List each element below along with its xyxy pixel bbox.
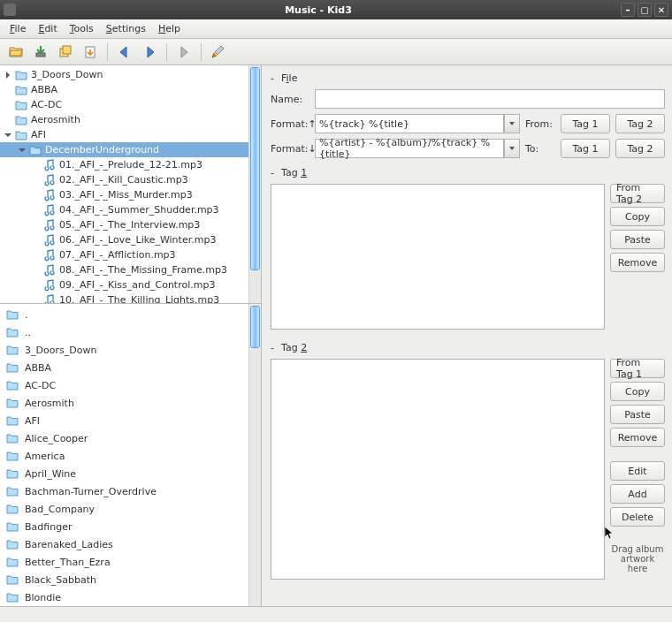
tree-file[interactable]: 01._AFI_-_Prelude_12-21.mp3: [0, 157, 248, 172]
expander-icon[interactable]: [18, 146, 27, 155]
menu-file[interactable]: File: [4, 21, 32, 36]
list-item[interactable]: America: [0, 447, 248, 465]
tag2-delete-button[interactable]: Delete: [610, 507, 665, 527]
tree-file[interactable]: 02._AFI_-_Kill_Caustic.mp3: [0, 172, 248, 187]
folder-icon: [14, 84, 28, 96]
list-item[interactable]: April_Wine: [0, 465, 248, 482]
section-tag1[interactable]: - Tag 1: [271, 167, 665, 178]
expander-icon[interactable]: [32, 176, 41, 185]
maximize-button[interactable]: ▢: [638, 3, 652, 17]
list-item-label: Aerosmith: [25, 398, 74, 409]
back-icon[interactable]: [114, 42, 135, 63]
menu-settings[interactable]: Settings: [100, 21, 152, 36]
tag1-remove-button[interactable]: Remove: [610, 253, 665, 272]
tree-folder[interactable]: AC-DC: [0, 97, 248, 112]
tree-file[interactable]: 06._AFI_-_Love_Like_Winter.mp3: [0, 232, 248, 247]
tag2-from-button[interactable]: From Tag 1: [610, 359, 665, 378]
tag2-remove-button[interactable]: Remove: [610, 428, 665, 447]
tree-file[interactable]: 03._AFI_-_Miss_Murder.mp3: [0, 187, 248, 202]
tree-item-label: DecemberUnderground: [45, 144, 159, 156]
play-icon[interactable]: [173, 42, 195, 63]
tree-folder[interactable]: 3_Doors_Down: [0, 67, 248, 82]
list-item[interactable]: .: [0, 306, 248, 323]
tag2-edit-button[interactable]: Edit: [610, 461, 665, 481]
expander-icon[interactable]: [32, 281, 41, 290]
section-tag2[interactable]: - Tag 2: [271, 342, 665, 353]
expander-icon[interactable]: [32, 221, 41, 230]
expander-icon[interactable]: [32, 161, 41, 170]
tag2-copy-button[interactable]: Copy: [610, 382, 665, 401]
tree-file[interactable]: 10._AFI_-_The_Killing_Lights.mp3: [0, 292, 248, 303]
tag1-box[interactable]: [271, 184, 605, 330]
list-item[interactable]: Blondie: [0, 588, 248, 606]
section-file[interactable]: - File: [271, 72, 665, 84]
list-item[interactable]: Barenaked_Ladies: [0, 535, 248, 553]
expander-icon[interactable]: [32, 266, 41, 275]
tree-file[interactable]: 04._AFI_-_Summer_Shudder.mp3: [0, 202, 248, 217]
format-up-combo[interactable]: %{track} %{title}: [315, 114, 520, 133]
tree-file[interactable]: 07._AFI_-_Affliction.mp3: [0, 247, 248, 262]
folder-icon: [5, 503, 19, 515]
tree-file[interactable]: 05._AFI_-_The_Interview.mp3: [0, 217, 248, 232]
tree-item-label: 03._AFI_-_Miss_Murder.mp3: [59, 189, 193, 201]
list-item[interactable]: Aerosmith: [0, 394, 248, 412]
tree-folder[interactable]: Aerosmith: [0, 112, 248, 127]
list-item[interactable]: Black_Sabbath: [0, 571, 248, 588]
tree-folder[interactable]: AFI: [0, 127, 248, 142]
tag2-paste-button[interactable]: Paste: [610, 405, 665, 424]
tree-folder[interactable]: ABBA: [0, 82, 248, 97]
open-icon[interactable]: [5, 42, 27, 63]
list-item[interactable]: AC-DC: [0, 376, 248, 394]
tree-file[interactable]: 08._AFI_-_The_Missing_Frame.mp3: [0, 262, 248, 277]
expander-icon[interactable]: [4, 101, 12, 110]
revert-icon[interactable]: [80, 42, 101, 63]
format-up-label: Format:↑: [271, 118, 309, 130]
expander-icon[interactable]: [32, 251, 41, 260]
menu-tools[interactable]: Tools: [64, 21, 100, 36]
close-button[interactable]: ✕: [654, 3, 668, 17]
list-item[interactable]: Better_Than_Ezra: [0, 553, 248, 571]
configure-icon[interactable]: [208, 42, 229, 63]
expander-icon[interactable]: [4, 116, 12, 125]
tree-file[interactable]: 09._AFI_-_Kiss_and_Control.mp3: [0, 277, 248, 292]
tree-panel: 3_Doors_DownABBAAC-DCAerosmithAFIDecembe…: [0, 65, 261, 304]
expander-icon[interactable]: [32, 191, 41, 200]
expander-icon[interactable]: [4, 71, 12, 80]
forward-icon[interactable]: [139, 42, 160, 63]
to-tag1-button[interactable]: Tag 1: [561, 139, 610, 158]
expander-icon[interactable]: [32, 206, 41, 215]
list-item-label: April_Wine: [25, 468, 76, 480]
from-tag2-button[interactable]: Tag 2: [615, 114, 665, 133]
list-item[interactable]: Bachman-Turner_Overdrive: [0, 482, 248, 500]
list-item[interactable]: Alice_Cooper: [0, 429, 248, 447]
expander-icon[interactable]: [4, 86, 12, 95]
list-item[interactable]: Bad_Company: [0, 500, 248, 518]
expander-icon[interactable]: [32, 236, 41, 245]
tree-scrollbar[interactable]: [248, 65, 261, 303]
tag1-paste-button[interactable]: Paste: [610, 230, 665, 249]
expander-icon[interactable]: [4, 131, 12, 140]
format-down-combo[interactable]: %{artist} - %{album}/%{track} %{title}: [315, 139, 520, 158]
tag2-box[interactable]: [271, 359, 605, 580]
tag1-from-button[interactable]: From Tag 2: [610, 184, 665, 203]
save-all-icon[interactable]: [55, 42, 76, 63]
list-item[interactable]: Badfinger: [0, 518, 248, 535]
list-scrollbar[interactable]: [248, 304, 261, 606]
tree-folder[interactable]: DecemberUnderground: [0, 142, 248, 157]
list-item[interactable]: AFI: [0, 412, 248, 429]
save-icon[interactable]: [30, 42, 51, 63]
menu-help[interactable]: Help: [152, 21, 187, 36]
caret-down-icon[interactable]: [504, 114, 520, 133]
to-tag2-button[interactable]: Tag 2: [615, 139, 665, 158]
list-item[interactable]: ..: [0, 323, 248, 341]
expander-icon[interactable]: [32, 296, 41, 304]
menu-edit[interactable]: Edit: [32, 21, 63, 36]
minimize-button[interactable]: –: [621, 3, 635, 17]
tag2-add-button[interactable]: Add: [610, 484, 665, 504]
list-item[interactable]: 3_Doors_Down: [0, 341, 248, 359]
tag1-copy-button[interactable]: Copy: [610, 207, 665, 226]
from-tag1-button[interactable]: Tag 1: [561, 114, 610, 133]
list-item[interactable]: ABBA: [0, 359, 248, 376]
name-input[interactable]: [315, 89, 665, 109]
caret-down-icon[interactable]: [504, 139, 520, 158]
